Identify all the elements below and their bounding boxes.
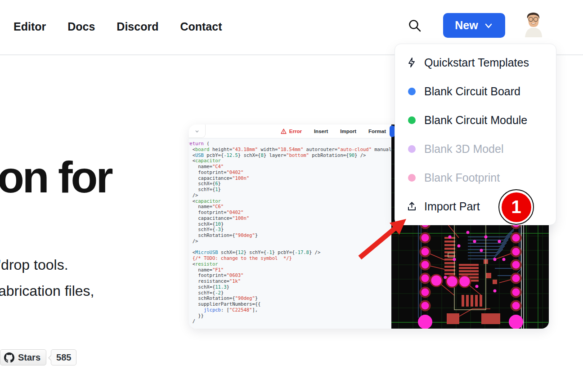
user-avatar[interactable] xyxy=(520,11,546,39)
star-count-value: 585 xyxy=(56,352,71,363)
github-stars-label: Stars xyxy=(18,352,40,363)
pink-dot-icon xyxy=(408,174,416,182)
menu-item-label: Blank Circuit Module xyxy=(424,114,527,127)
code-content: return ( <board height="43.18mm" width="… xyxy=(189,141,398,324)
hero-body-line: 'drop tools. xyxy=(0,252,94,278)
new-button[interactable]: New xyxy=(443,13,505,38)
toolbar-item-format: Format xyxy=(368,129,386,134)
menu-item-blank-circuit-board[interactable]: Blank Circuit Board xyxy=(395,77,556,106)
menu-item-blank-3d-model[interactable]: Blank 3D Model xyxy=(395,134,556,163)
menu-item-label: Quickstart Templates xyxy=(424,56,529,69)
lightning-icon xyxy=(406,57,417,68)
upload-icon xyxy=(406,201,417,212)
error-indicator: Error xyxy=(281,129,302,134)
toolbar-items: Error Insert Import Format xyxy=(281,125,386,138)
search-icon[interactable] xyxy=(406,17,423,34)
menu-item-label: Blank 3D Model xyxy=(424,143,503,156)
toolbar-item-insert: Insert xyxy=(314,129,328,134)
nav-link-docs[interactable]: Docs xyxy=(67,20,95,33)
menu-item-label: Blank Footprint xyxy=(424,171,500,184)
error-label: Error xyxy=(289,129,302,134)
nav-link-editor[interactable]: Editor xyxy=(13,20,46,33)
nav-link-discord[interactable]: Discord xyxy=(117,20,158,33)
menu-item-blank-circuit-module[interactable]: Blank Circuit Module xyxy=(395,106,556,134)
hero-heading-fragment: on for xyxy=(0,152,112,203)
page: Editor Docs Discord Contact New on for '… xyxy=(0,0,583,392)
menu-item-blank-footprint[interactable]: Blank Footprint xyxy=(395,163,556,192)
collapse-tab xyxy=(189,125,206,138)
hero-body-text: 'drop tools. abrication files, xyxy=(0,252,94,304)
nav-links: Editor Docs Discord Contact xyxy=(13,0,222,53)
purple-dot-icon xyxy=(408,145,416,153)
menu-item-label: Blank Circuit Board xyxy=(424,85,520,98)
github-stars-widget: Stars 585 xyxy=(0,349,76,365)
annotation-badge: 1 xyxy=(498,189,534,225)
blue-dot-icon xyxy=(408,88,416,95)
new-button-label: New xyxy=(455,19,478,32)
hero-body-line: abrication files, xyxy=(0,278,94,304)
menu-item-quickstart-templates[interactable]: Quickstart Templates xyxy=(395,48,556,77)
menu-item-label: Import Part xyxy=(424,200,480,213)
new-dropdown-menu: Quickstart Templates Blank Circuit Board… xyxy=(395,44,556,225)
chevron-down-icon xyxy=(484,21,493,31)
code-editor-panel: return ( <board height="43.18mm" width="… xyxy=(189,125,391,329)
toolbar-item-import: Import xyxy=(340,129,356,134)
editor-toolbar: Error Insert Import Format xyxy=(189,125,391,138)
warning-triangle-icon xyxy=(281,129,287,134)
annotation-badge-number: 1 xyxy=(502,192,531,222)
nav-link-contact[interactable]: Contact xyxy=(180,20,222,33)
github-icon xyxy=(4,352,14,363)
github-star-count[interactable]: 585 xyxy=(51,349,76,365)
github-stars-button[interactable]: Stars xyxy=(0,349,46,365)
green-dot-icon xyxy=(408,116,416,124)
chevron-down-icon xyxy=(195,129,199,134)
